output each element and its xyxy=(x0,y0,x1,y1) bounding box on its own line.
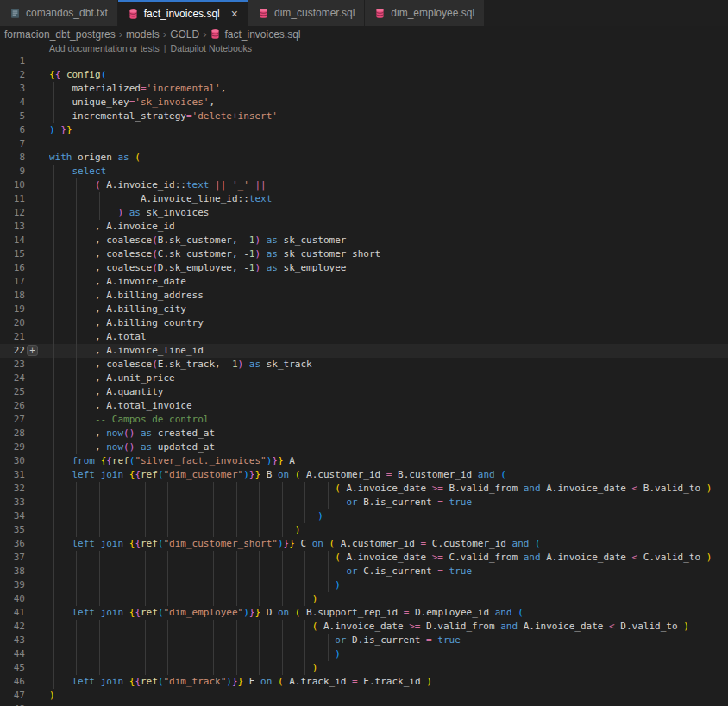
indent-guide xyxy=(304,592,305,606)
code-line[interactable]: 4 unique_key='sk_invoices', xyxy=(0,96,728,109)
code-tokens: , A.billing_city xyxy=(49,303,186,315)
code-line-content: select xyxy=(49,165,728,178)
code-line[interactable]: 3 materialized='incremental', xyxy=(0,82,728,96)
line-number: 22 xyxy=(0,344,25,358)
code-line[interactable]: 2{{ config( xyxy=(0,68,728,82)
breadcrumb-item[interactable]: GOLD xyxy=(170,28,199,41)
indent-guide xyxy=(53,220,54,234)
code-line[interactable]: 15 , coalesce(C.sk_customer, -1) as sk_c… xyxy=(0,247,728,261)
indent-guide xyxy=(122,592,122,606)
gutter-glyph-margin xyxy=(25,689,49,703)
code-line[interactable]: 9 select xyxy=(0,165,728,178)
editor-tab[interactable]: dim_employee.sql xyxy=(365,0,485,26)
line-number: 12 xyxy=(0,206,25,220)
indent-guide xyxy=(53,303,54,316)
code-line-content: , A.billing_country xyxy=(49,316,728,330)
code-line[interactable]: 25 , A.quantity xyxy=(0,385,728,399)
code-line[interactable]: 46 left join {{ref("dim_track")}} E on (… xyxy=(0,675,728,689)
indent-guide xyxy=(145,482,146,496)
code-line[interactable]: 29 , now() as updated_at xyxy=(0,440,728,454)
code-line[interactable]: 20 , A.billing_country xyxy=(0,316,728,330)
code-line-content: , now() as created_at xyxy=(49,427,728,440)
indent-guide xyxy=(76,592,77,606)
codelens-datapilot-link[interactable]: Datapilot Notebooks xyxy=(171,43,253,53)
indent-guide xyxy=(191,578,191,592)
indent-guide xyxy=(53,592,54,606)
gutter-glyph-margin xyxy=(25,578,49,592)
code-line[interactable]: 42 ( A.invoice_date >= D.valid_from and … xyxy=(0,620,728,634)
tab-label: dim_employee.sql xyxy=(391,7,474,19)
code-line[interactable]: 13 , A.invoice_id xyxy=(0,220,728,234)
indent-guide xyxy=(76,413,77,427)
code-line[interactable]: 19 , A.billing_city xyxy=(0,303,728,316)
code-line[interactable]: 17 , A.invoice_date xyxy=(0,275,728,289)
code-line[interactable]: 10 ( A.invoice_id::text || '_' || xyxy=(0,178,728,192)
code-tokens: , now() as created_at xyxy=(49,428,215,439)
code-line[interactable]: 37 ( A.invoice_date >= C.valid_from and … xyxy=(0,551,728,565)
indent-guide xyxy=(53,551,54,565)
code-line[interactable]: 18 , A.billing_address xyxy=(0,289,728,303)
indent-guide xyxy=(122,551,122,565)
add-line-action-button[interactable]: + xyxy=(27,345,38,356)
code-line[interactable]: 33 or B.is_current = true xyxy=(0,496,728,509)
code-line[interactable]: 7 xyxy=(0,137,728,151)
code-line[interactable]: 38 or C.is_current = true xyxy=(0,565,728,578)
code-line[interactable]: 5 incremental_strategy='delete+insert' xyxy=(0,109,728,123)
code-line[interactable]: 21 , A.total xyxy=(0,330,728,344)
code-line[interactable]: 30 from {{ref("silver_fact._invoices")}}… xyxy=(0,454,728,468)
indent-guide xyxy=(99,523,100,537)
code-tokens: with origen as ( xyxy=(49,152,141,163)
code-line[interactable]: 39 ) xyxy=(0,578,728,592)
code-line[interactable]: 35 ) xyxy=(0,523,728,537)
indent-guide xyxy=(304,578,305,592)
code-line[interactable]: 44 ) xyxy=(0,647,728,661)
indent-guide xyxy=(236,565,237,578)
breadcrumb: formacion_dbt_postgres›models›GOLD›fact_… xyxy=(0,26,728,42)
code-line[interactable]: 36 left join {{ref("dim_customer_short")… xyxy=(0,537,728,551)
code-line[interactable]: 28 , now() as created_at xyxy=(0,427,728,440)
breadcrumb-item[interactable]: formacion_dbt_postgres xyxy=(4,28,116,41)
code-line[interactable]: 11 A.invoice_line_id::text xyxy=(0,192,728,206)
code-line[interactable]: 23 , coalesce(E.sk_track, -1) as sk_trac… xyxy=(0,358,728,372)
breadcrumb-item[interactable]: models xyxy=(126,28,160,41)
code-line[interactable]: 16 , coalesce(D.sk_employee, -1) as sk_e… xyxy=(0,261,728,275)
line-number: 15 xyxy=(0,247,25,261)
code-line[interactable]: 47) xyxy=(0,689,728,703)
code-line[interactable]: 40 ) xyxy=(0,592,728,606)
breadcrumb-file[interactable]: fact_invoices.sql xyxy=(210,28,300,41)
line-number: 18 xyxy=(0,289,25,303)
code-line[interactable]: 1 xyxy=(0,54,728,68)
editor-tab[interactable]: fact_invoices.sql× xyxy=(118,0,248,26)
close-icon[interactable]: × xyxy=(231,8,238,20)
code-line[interactable]: 26 , A.total_invoice xyxy=(0,399,728,413)
code-line[interactable]: 12 ) as sk_invoices xyxy=(0,206,728,220)
code-line[interactable]: 22+ , A.invoice_line_id xyxy=(0,344,728,358)
code-line[interactable]: 8with origen as ( xyxy=(0,151,728,165)
indent-guide xyxy=(145,634,146,647)
code-editor[interactable]: 12{{ config(3 materialized='incremental'… xyxy=(0,54,728,706)
indent-guide xyxy=(213,551,214,565)
gutter-glyph-margin xyxy=(25,247,49,261)
code-line[interactable]: 14 , coalesce(B.sk_customer, -1) as sk_c… xyxy=(0,234,728,247)
editor-tab[interactable]: comandos_dbt.txt xyxy=(0,0,118,26)
code-line[interactable]: 43 or D.is_current = true xyxy=(0,634,728,647)
code-line[interactable]: 48 xyxy=(0,703,728,706)
code-line[interactable]: 45 ) xyxy=(0,661,728,675)
indent-guide xyxy=(53,330,54,344)
codelens-add-documentation-link[interactable]: Add documentation or tests xyxy=(49,43,160,53)
editor-tab[interactable]: dim_customer.sql xyxy=(248,0,365,26)
code-line[interactable]: 34 ) xyxy=(0,509,728,523)
code-line[interactable]: 32 ( A.invoice_date >= B.valid_from and … xyxy=(0,482,728,496)
line-number: 10 xyxy=(0,178,25,192)
gutter-glyph-margin xyxy=(25,178,49,192)
indent-guide xyxy=(236,496,237,509)
code-line-content: left join {{ref("dim_track")}} E on ( A.… xyxy=(49,675,728,689)
indent-guide xyxy=(76,247,77,261)
code-line-content: A.invoice_line_id::text xyxy=(49,192,728,206)
code-line[interactable]: 27 -- Campos de control xyxy=(0,413,728,427)
code-line[interactable]: 6) }} xyxy=(0,123,728,137)
code-line[interactable]: 24 , A.unit_price xyxy=(0,372,728,385)
code-line[interactable]: 31 left join {{ref("dim_customer")}} B o… xyxy=(0,468,728,482)
code-line[interactable]: 41 left join {{ref("dim_employee")}} D o… xyxy=(0,606,728,620)
indent-guide xyxy=(213,565,214,578)
